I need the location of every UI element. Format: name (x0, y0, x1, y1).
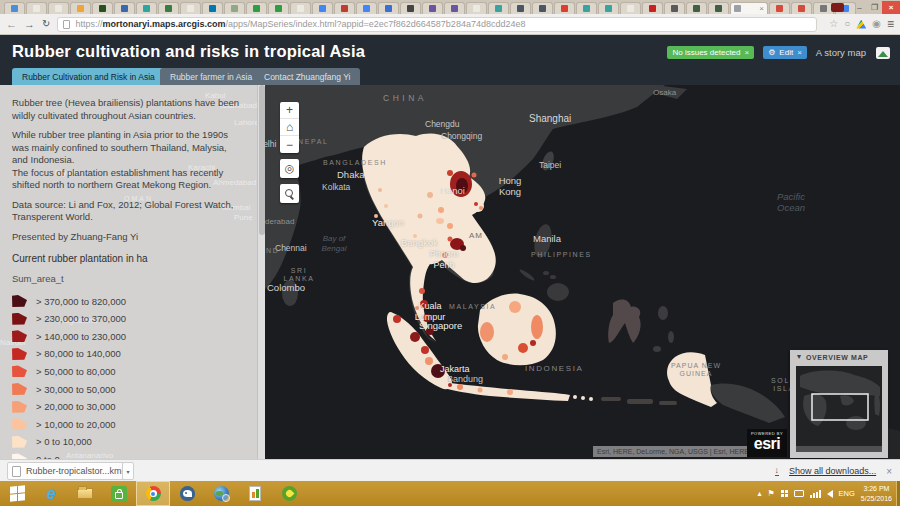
overview-minimap[interactable] (796, 366, 882, 452)
profile-badge[interactable] (831, 3, 844, 12)
locate-button[interactable]: ◎ (280, 159, 299, 178)
url-input[interactable]: https://mortonaryi.maps.arcgis.com/apps/… (57, 17, 817, 32)
extension-circle-icon[interactable]: ○ (844, 19, 850, 29)
network-signal-icon[interactable] (810, 490, 821, 498)
favicon (55, 5, 62, 12)
browser-tab[interactable] (4, 2, 25, 14)
hidden-icons-arrow[interactable]: ▴ (757, 490, 761, 498)
browser-tab[interactable] (510, 2, 531, 14)
browser-tab[interactable] (202, 2, 223, 14)
sidebar-scrollbar[interactable] (257, 85, 265, 459)
browser-tab-active[interactable]: × (730, 2, 768, 14)
qgis-icon[interactable] (272, 481, 306, 506)
badge-close-icon[interactable]: × (797, 48, 802, 57)
browser-tab[interactable] (26, 2, 47, 14)
download-item[interactable]: Rubber-tropicalstor...kml (7, 462, 129, 480)
browser-tab[interactable] (246, 2, 267, 14)
show-desktop-button[interactable] (896, 481, 900, 506)
browser-tab[interactable] (642, 2, 663, 14)
windows-store-icon[interactable] (102, 481, 136, 506)
language-indicator[interactable]: ENG (839, 489, 855, 498)
start-button[interactable] (0, 481, 34, 506)
browser-menu-icon[interactable]: ≡ (887, 18, 894, 30)
browser-tab[interactable] (532, 2, 553, 14)
bookmark-star-icon[interactable]: ☆ (829, 19, 838, 29)
status-badge[interactable]: No issues detected× (667, 46, 754, 59)
browser-tab[interactable] (576, 2, 597, 14)
clock[interactable]: 3:26 PM5/25/2016 (861, 484, 892, 503)
url-text: https://mortonaryi.maps.arcgis.com/apps/… (75, 19, 525, 29)
search-button[interactable] (280, 184, 299, 203)
tab-rubber-farmer[interactable]: Rubber farmer in Asia (160, 68, 262, 85)
globe-search-icon[interactable] (204, 481, 238, 506)
browser-tab[interactable] (312, 2, 333, 14)
record-extension-icon[interactable]: ◉ (872, 19, 881, 29)
tab-rubber-cultivation[interactable]: Rubber Cultivation and Risk in Asia (12, 68, 165, 85)
chrome-taskbar-icon[interactable] (136, 481, 170, 506)
maximize-button[interactable]: ❐ (867, 1, 882, 14)
browser-tab[interactable] (334, 2, 355, 14)
badge-close-icon[interactable]: × (745, 48, 750, 57)
favicon (473, 5, 480, 12)
browser-tab[interactable] (466, 2, 487, 14)
locate-icon: ◎ (285, 162, 295, 175)
browser-tab[interactable] (180, 2, 201, 14)
monitor-icon[interactable] (794, 490, 804, 497)
zoom-in-button[interactable]: + (280, 102, 299, 119)
tab-close-icon[interactable]: × (759, 5, 764, 13)
drive-extension-icon[interactable] (856, 20, 866, 29)
zoom-out-button[interactable]: − (280, 136, 299, 153)
show-all-downloads-link[interactable]: Show all downloads... (789, 466, 876, 476)
browser-tab[interactable] (488, 2, 509, 14)
browser-tab[interactable] (268, 2, 289, 14)
browser-tab[interactable] (136, 2, 157, 14)
browser-tab[interactable] (356, 2, 377, 14)
browser-tab[interactable] (422, 2, 443, 14)
browser-tab[interactable] (290, 2, 311, 14)
browser-tab[interactable] (400, 2, 421, 14)
browser-tab[interactable] (70, 2, 91, 14)
edit-badge[interactable]: ⚙Edit× (763, 46, 807, 59)
image-viewer-icon[interactable] (238, 481, 272, 506)
legend-item: > 370,000 to 820,000 (12, 292, 240, 310)
file-explorer-icon[interactable] (68, 481, 102, 506)
home-button[interactable]: ⌂ (280, 119, 299, 136)
share-image-icon[interactable] (876, 47, 890, 59)
browser-tab[interactable] (686, 2, 707, 14)
chevron-down-icon: ▾ (797, 353, 801, 361)
postgresql-icon[interactable] (170, 481, 204, 506)
browser-tab[interactable] (48, 2, 69, 14)
forward-icon[interactable]: → (24, 19, 35, 30)
description-paragraph: While rubber tree planting in Asia prior… (12, 129, 240, 167)
map-canvas[interactable]: CHINA Osaka Chengdu Chongqing Shanghai T… (265, 85, 900, 459)
browser-tab[interactable] (664, 2, 685, 14)
browser-tab[interactable] (444, 2, 465, 14)
speaker-icon[interactable] (827, 490, 833, 498)
minimize-button[interactable]: – (852, 1, 867, 14)
download-item-caret[interactable]: ▾ (122, 462, 134, 480)
browser-tab[interactable] (224, 2, 245, 14)
browser-tab[interactable] (708, 2, 729, 14)
browser-tab[interactable] (114, 2, 135, 14)
tab-contact[interactable]: Contact Zhuangfang Yi (254, 68, 360, 85)
download-bar-close-icon[interactable]: × (886, 466, 892, 477)
legend-item: > 80,000 to 140,000 (12, 345, 240, 363)
browser-tab[interactable] (791, 2, 812, 14)
close-button[interactable]: × (882, 1, 900, 14)
browser-tab[interactable] (769, 2, 790, 14)
browser-url-bar: ← → ↻ https://mortonaryi.maps.arcgis.com… (0, 14, 900, 35)
action-center-icon[interactable] (781, 490, 788, 497)
story-map-header: Rubber cultivation and risks in tropical… (0, 35, 900, 85)
browser-tab[interactable] (378, 2, 399, 14)
internet-explorer-icon[interactable]: e (34, 481, 68, 506)
back-icon[interactable]: ← (6, 19, 17, 30)
flag-icon[interactable]: ⚑ (767, 490, 774, 498)
browser-tab[interactable] (158, 2, 179, 14)
reload-icon[interactable]: ↻ (42, 19, 50, 29)
browser-tab[interactable] (620, 2, 641, 14)
favicon (693, 5, 700, 12)
browser-tab[interactable] (92, 2, 113, 14)
browser-tab[interactable] (554, 2, 575, 14)
overview-map-header[interactable]: ▾ OVERVIEW MAP (790, 350, 888, 364)
browser-tab[interactable] (598, 2, 619, 14)
